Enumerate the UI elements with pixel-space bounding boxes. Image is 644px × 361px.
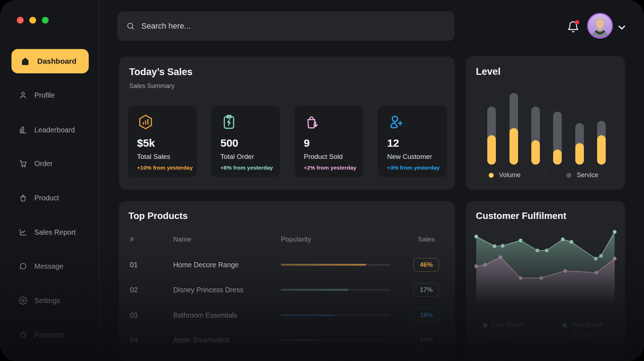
legend-item-service: Service [566, 171, 598, 179]
sidebar-item-label: Leaderboard [34, 126, 75, 134]
gear-icon [19, 296, 28, 305]
notification-bell-button[interactable] [567, 20, 580, 34]
todays-sales-subtitle: Sales Summary [129, 82, 175, 90]
table-row[interactable]: 01Home Decore Range46% [119, 255, 455, 275]
legend-item-volume: Volume [489, 171, 521, 179]
table-row[interactable]: 04Apple Smartwatch29% [119, 330, 455, 350]
stat-value: 12 [387, 137, 399, 149]
legend-value: $4,087 [493, 331, 514, 339]
minimize-window-button[interactable] [29, 17, 36, 24]
data-point [595, 271, 598, 274]
customer-fulfilment-title: Customer Fulfilment [476, 210, 566, 221]
sidebar-item-label: Dashboard [37, 57, 77, 65]
chevron-down-icon [616, 22, 627, 33]
sidebar-item-label: Settings [34, 297, 60, 305]
bar-chart-icon [19, 126, 28, 135]
sidebar-item-label: Profile [34, 91, 55, 99]
sidebar-item-profile[interactable]: Profile [19, 91, 55, 100]
sidebar-item-label: Product [34, 194, 59, 202]
data-point [545, 249, 548, 252]
user-avatar[interactable] [587, 13, 613, 39]
table-row[interactable]: 02Disney Princess Dress17% [119, 280, 455, 300]
popularity-bar [281, 289, 390, 291]
sales-badge: 46% [414, 258, 439, 272]
level-bar-volume [553, 150, 562, 165]
data-point [540, 276, 543, 280]
data-point [483, 263, 487, 267]
dashboard-window: DashboardProfileLeaderboardOrderProductS… [0, 0, 644, 361]
legend-value: $5,506 [572, 331, 593, 339]
level-bar-volume [487, 135, 496, 165]
todays-sales-title: Today’s Sales [129, 67, 192, 78]
legend-label: This Month [571, 321, 603, 329]
sidebar-item-order[interactable]: Order [19, 159, 53, 168]
top-products-card: Top Products # Name Popularity Sales 01H… [119, 201, 455, 361]
level-bar-volume [531, 140, 540, 165]
customer-fulfilment-card: Customer Fulfilment Last Month $4,087 Th… [466, 201, 625, 361]
stat-label: Product Sold [304, 153, 343, 161]
stat-delta: +10% from yesterday [137, 165, 193, 171]
level-bar-volume [509, 128, 518, 165]
sidebar-item-settings[interactable]: Settings [19, 296, 60, 305]
data-point [519, 239, 522, 242]
sidebar-item-label: Order [34, 160, 53, 168]
stat-delta: +3% from yesterday [387, 165, 440, 171]
stat-value: 500 [220, 137, 238, 149]
data-point [474, 264, 478, 268]
row-rank: 01 [130, 261, 138, 269]
data-point [561, 238, 565, 241]
sidebar-divider [99, 0, 99, 361]
row-rank: 02 [130, 286, 138, 294]
stat-tile-product-sold[interactable]: 9Product Sold+2% from yesterday [294, 106, 364, 177]
sidebar-item-leaderboard[interactable]: Leaderboard [19, 126, 75, 135]
data-point [499, 255, 502, 259]
sidebar-item-favourite[interactable]: Favourite [19, 331, 64, 340]
notification-badge [575, 20, 579, 24]
sidebar-item-sales-report[interactable]: Sales Report [19, 228, 76, 237]
level-card: Level Volume Service [466, 56, 625, 190]
stat-label: Total Sales [137, 153, 170, 161]
column-rank: # [130, 235, 134, 243]
avatar-image [588, 14, 612, 38]
stat-value: 9 [304, 137, 310, 149]
sales-badge: 29% [414, 333, 439, 347]
data-point [493, 244, 496, 248]
sidebar-item-product[interactable]: Product [19, 194, 59, 203]
legend-label: Service [577, 171, 598, 179]
data-point [519, 276, 522, 280]
stat-tile-new-customer[interactable]: 12New Customer+3% from yesterday [378, 106, 447, 177]
sidebar-item-message[interactable]: Message [19, 262, 63, 271]
table-row[interactable]: 03Bathroom Essentials19% [119, 305, 455, 325]
legend-divider [546, 171, 546, 181]
row-name: Home Decore Range [173, 261, 239, 269]
search-bar [117, 11, 454, 41]
zoom-window-button[interactable] [42, 17, 49, 24]
sidebar-item-dashboard[interactable]: Dashboard [11, 49, 89, 73]
chat-icon [19, 262, 28, 271]
sidebar-item-label: Message [34, 262, 63, 270]
stat-tile-total-sales[interactable]: $5kTotal Sales+10% from yesterday [128, 106, 197, 177]
stat-value: $5k [137, 137, 155, 149]
search-input[interactable] [141, 21, 446, 31]
account-menu-button[interactable] [616, 22, 627, 33]
stat-label: Total Order [220, 153, 254, 161]
row-name: Disney Princess Dress [173, 286, 243, 294]
data-point [594, 257, 597, 260]
close-window-button[interactable] [17, 17, 24, 24]
data-point [501, 244, 504, 248]
stat-tile-total-order[interactable]: 500Total Order+8% from yesterday [211, 106, 280, 177]
line-chart-icon [19, 228, 28, 237]
stat-label: New Customer [387, 153, 432, 161]
hex-bars-icon [137, 113, 154, 131]
column-sales: Sales [414, 235, 439, 243]
bag-icon [19, 194, 28, 203]
popularity-bar [281, 264, 390, 266]
level-bar-chart [483, 89, 612, 165]
home-icon [21, 57, 30, 66]
data-point [599, 254, 603, 258]
sales-badge: 17% [414, 283, 439, 297]
user-plus-icon [387, 113, 404, 131]
window-controls [17, 17, 49, 24]
legend-item-this-month: This Month $5,506 [560, 321, 606, 339]
row-name: Apple Smartwatch [173, 336, 230, 344]
